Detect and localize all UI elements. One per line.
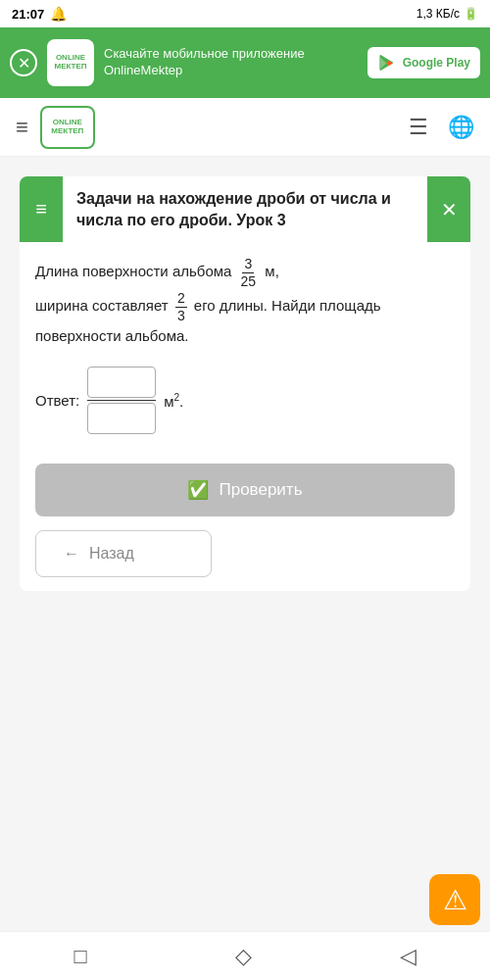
lesson-title-area: Задачи на нахождение дроби от числа и чи… <box>63 176 427 242</box>
status-time: 21:07 🔔 <box>12 6 67 22</box>
main-content: ≡ Задачи на нахождение дроби от числа и … <box>0 157 490 611</box>
answer-numerator-input[interactable] <box>87 367 156 398</box>
bottom-square-icon[interactable]: □ <box>74 944 86 969</box>
answer-fraction <box>87 367 156 435</box>
fraction-2-3: 2 3 <box>175 290 187 324</box>
lesson-title: Задачи на нахождение дроби от числа и чи… <box>76 188 414 230</box>
status-bar: 21:07 🔔 1,3 КБ/с 🔋 <box>0 0 490 27</box>
nav-bar: ≡ ONLINE МЕКТЕП ☰ 🌐 <box>0 98 490 157</box>
app-banner: ✕ ONLINE МЕКТЕП Скачайте мобильное прило… <box>0 27 490 98</box>
fraction-line <box>87 400 156 402</box>
problem-text: Длина поверхности альбома 3 25 м, ширина… <box>35 256 455 349</box>
google-play-button[interactable]: Google Play <box>368 47 480 78</box>
lesson-header: ≡ Задачи на нахождение дроби от числа и … <box>20 176 470 242</box>
check-button[interactable]: ✅ Проверить <box>35 464 455 516</box>
hamburger-icon[interactable]: ≡ <box>16 115 28 140</box>
nav-logo: ONLINE МЕКТЕП <box>40 106 95 149</box>
signal-strength: 1,3 КБ/с <box>416 7 460 21</box>
answer-denominator-input[interactable] <box>87 403 156 434</box>
nav-icons: ☰ 🌐 <box>409 115 474 140</box>
banner-logo: ONLINE МЕКТЕП <box>47 39 94 86</box>
google-play-icon <box>377 53 397 73</box>
unit-label: м2. <box>164 392 183 410</box>
warning-fab[interactable]: ⚠ <box>429 874 480 925</box>
bottom-diamond-icon[interactable]: ◇ <box>235 944 252 969</box>
time-display: 21:07 <box>12 7 44 22</box>
lesson-close-button[interactable]: ✕ <box>427 176 470 242</box>
banner-text: Скачайте мобильное приложение OnlineMekt… <box>104 46 358 79</box>
bottom-back-icon[interactable]: ◁ <box>400 944 416 969</box>
lesson-menu-button[interactable]: ≡ <box>20 176 63 242</box>
answer-label: Ответ: <box>35 392 79 409</box>
bottom-nav: □ ◇ ◁ <box>0 931 490 980</box>
banner-close-button[interactable]: ✕ <box>10 49 37 76</box>
check-icon: ✅ <box>187 479 209 501</box>
back-button[interactable]: ← Назад <box>35 530 212 577</box>
warning-icon: ⚠ <box>443 884 467 916</box>
fraction-3-25: 3 25 <box>239 256 259 290</box>
problem-area: Длина поверхности альбома 3 25 м, ширина… <box>20 242 470 591</box>
globe-icon[interactable]: 🌐 <box>448 115 474 140</box>
answer-section: Ответ: м2. <box>35 367 455 435</box>
status-right: 1,3 КБ/с 🔋 <box>416 7 478 21</box>
google-play-label: Google Play <box>403 56 470 70</box>
back-arrow-icon: ← <box>64 545 79 563</box>
lesson-card: ≡ Задачи на нахождение дроби от числа и … <box>20 176 470 591</box>
battery-icon: 🔋 <box>464 7 478 21</box>
list-view-icon[interactable]: ☰ <box>409 115 428 140</box>
